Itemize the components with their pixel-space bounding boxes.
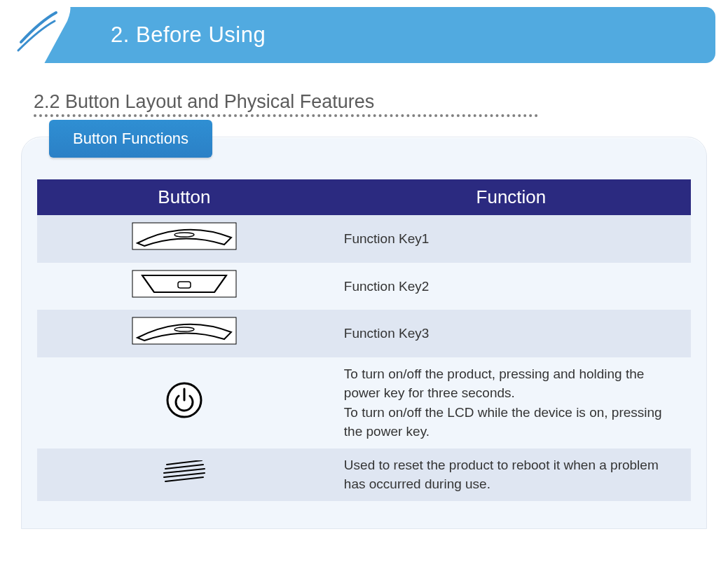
section-title: 2.2 Button Layout and Physical Features [34, 91, 728, 113]
cell-function: Function Key2 [331, 263, 691, 310]
cell-function: Function Key3 [331, 310, 691, 357]
table-header-button: Button [37, 179, 331, 215]
table-header-function: Function [331, 179, 691, 215]
table-row: Used to reset the product to reboot it w… [37, 448, 691, 501]
power-icon [37, 357, 331, 448]
fn3-icon [37, 310, 331, 357]
reset-icon [37, 448, 331, 501]
cell-function: Used to reset the product to reboot it w… [331, 448, 691, 501]
brand-logo-icon [13, 0, 83, 70]
svg-line-11 [167, 460, 202, 465]
table-row: Function Key1 [37, 215, 691, 263]
content-panel: Button Functions Button Function [21, 137, 707, 529]
section-divider [34, 114, 538, 117]
svg-line-13 [164, 469, 205, 473]
svg-line-14 [164, 473, 205, 477]
panel-tab: Button Functions [49, 120, 212, 158]
fn2-icon [37, 263, 331, 310]
svg-line-15 [165, 477, 203, 481]
fn1-icon [37, 215, 331, 263]
cell-function: Function Key1 [331, 215, 691, 263]
chapter-header: 2. Before Using [13, 7, 715, 63]
chapter-title: 2. Before Using [111, 22, 266, 48]
table-row: To turn on/off the product, pressing and… [37, 357, 691, 448]
table-row: Function Key3 [37, 310, 691, 357]
table-row: Function Key2 [37, 263, 691, 310]
cell-function: To turn on/off the product, pressing and… [331, 357, 691, 448]
button-function-table: Button Function Function Key1 [37, 179, 691, 501]
svg-marker-3 [142, 275, 226, 292]
svg-line-12 [165, 465, 203, 469]
